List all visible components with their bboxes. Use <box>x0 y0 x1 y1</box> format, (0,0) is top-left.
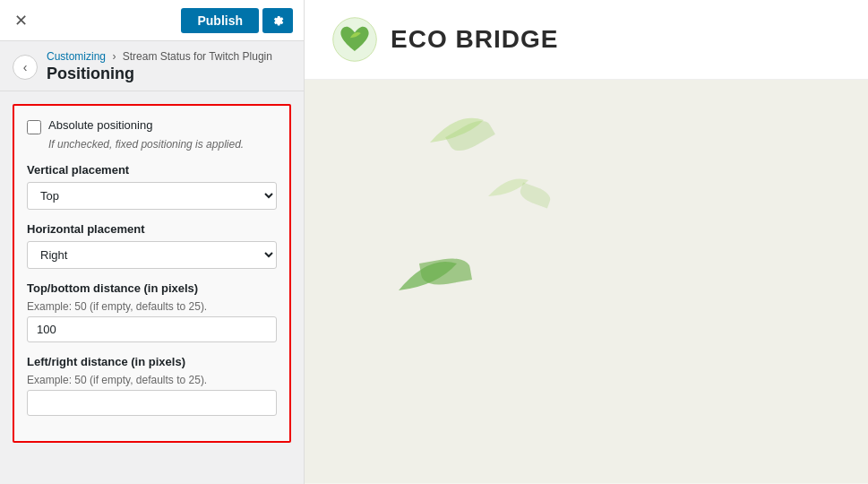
close-button[interactable]: ✕ <box>11 7 31 34</box>
top-bottom-distance-input[interactable] <box>27 316 277 342</box>
gear-icon <box>271 14 284 27</box>
site-logo <box>331 16 378 63</box>
site-content <box>305 80 868 483</box>
breadcrumb-separator: › <box>112 50 116 63</box>
left-right-distance-group: Left/right distance (in pixels) Example:… <box>27 355 277 416</box>
absolute-positioning-checkbox[interactable] <box>27 120 41 134</box>
breadcrumb: Customizing › Stream Status for Twitch P… <box>47 50 272 63</box>
breadcrumb-parent[interactable]: Customizing <box>47 50 106 63</box>
publish-button[interactable]: Publish <box>181 8 259 33</box>
left-right-distance-hint: Example: 50 (if empty, defaults to 25). <box>27 374 277 386</box>
right-panel: ECO BRIDGE <box>305 0 868 484</box>
breadcrumb-info: Customizing › Stream Status for Twitch P… <box>47 50 272 83</box>
site-title: ECO BRIDGE <box>391 25 558 54</box>
horizontal-placement-select[interactable]: Left Right <box>27 241 277 269</box>
settings-button[interactable] <box>262 8 293 33</box>
absolute-positioning-label[interactable]: Absolute positioning <box>48 118 152 132</box>
top-bottom-distance-hint: Example: 50 (if empty, defaults to 25). <box>27 300 277 313</box>
vertical-placement-label: Vertical placement <box>27 163 277 177</box>
left-right-distance-label: Left/right distance (in pixels) <box>27 355 277 368</box>
horizontal-placement-group: Horizontal placement Left Right <box>27 222 277 269</box>
vertical-placement-group: Vertical placement Top Bottom <box>27 163 277 210</box>
leaf-decoration-2 <box>484 169 533 201</box>
top-bar-left: ✕ <box>11 7 31 34</box>
vertical-placement-select[interactable]: Top Bottom <box>27 182 277 210</box>
top-bottom-distance-group: Top/bottom distance (in pixels) Example:… <box>27 281 277 342</box>
leaf-decoration-3 <box>394 250 461 295</box>
page-title: Positioning <box>47 65 272 83</box>
absolute-positioning-hint: If unchecked, fixed positioning is appli… <box>48 138 277 151</box>
breadcrumb-section: ‹ Customizing › Stream Status for Twitch… <box>0 41 304 91</box>
panel-content: Absolute positioning If unchecked, fixed… <box>0 91 304 484</box>
settings-box: Absolute positioning If unchecked, fixed… <box>13 104 291 443</box>
site-header: ECO BRIDGE <box>305 0 868 80</box>
top-bar: ✕ Publish <box>0 0 304 41</box>
close-icon: ✕ <box>14 11 28 30</box>
left-right-distance-input[interactable] <box>27 390 277 416</box>
absolute-positioning-row: Absolute positioning <box>27 118 277 134</box>
horizontal-placement-label: Horizontal placement <box>27 222 277 236</box>
top-bottom-distance-label: Top/bottom distance (in pixels) <box>27 281 277 295</box>
left-panel: ✕ Publish ‹ Customizing › Stream Status … <box>0 0 305 484</box>
leaf-decoration <box>421 107 493 151</box>
back-button[interactable]: ‹ <box>13 55 38 80</box>
publish-group: Publish <box>181 8 293 33</box>
breadcrumb-child: Stream Status for Twitch Plugin <box>123 50 272 63</box>
